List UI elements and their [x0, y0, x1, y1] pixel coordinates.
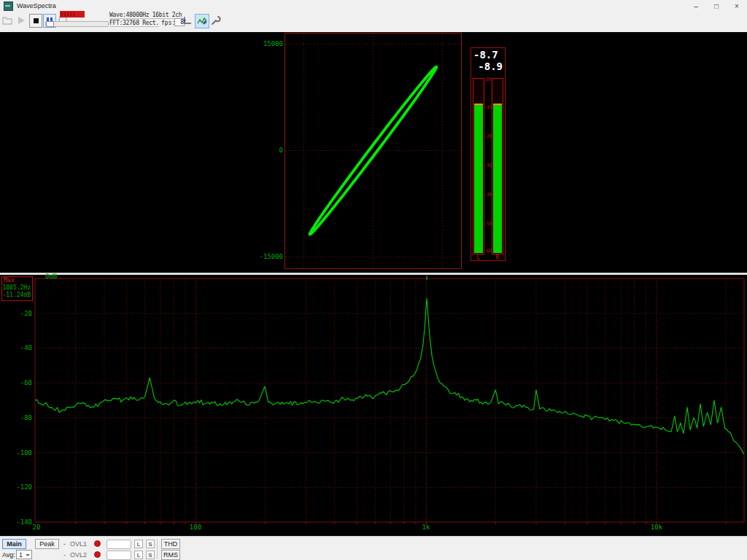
avg-label: Avg:	[2, 551, 15, 559]
lissajous-ymax-label: 15000	[254, 40, 283, 47]
oscilloscope-panel: 15000 0 -15000 -8.7 -8.9 dB -10 -20 -30 …	[0, 32, 747, 273]
x-axis-label: 10k	[642, 524, 671, 531]
meter-fill-right	[493, 105, 502, 253]
meter-right-channel-label: R	[491, 254, 504, 261]
x-axis-label: 1k	[411, 524, 441, 531]
meter-scale-title: dB	[483, 77, 493, 82]
y-axis-label: -20	[10, 310, 32, 317]
y-axis-label: -100	[10, 449, 32, 456]
l-button-row2[interactable]: L	[134, 551, 143, 559]
meter-left-channel-label: L	[472, 254, 485, 261]
play-button[interactable]	[15, 14, 27, 26]
max-frequency-value: 1005.2Hz	[2, 284, 32, 292]
meter-peak-cap	[474, 104, 483, 105]
fft-info-field: FFT:32768 Rect.	[109, 20, 159, 27]
titlebar: WaveSpectra – □ ×	[0, 0, 747, 12]
meter-channel-right	[492, 78, 503, 254]
app-icon	[4, 1, 13, 11]
position-slider-thumb[interactable]	[46, 21, 54, 27]
meter-fill-left	[474, 105, 483, 253]
stop-icon	[34, 18, 39, 23]
avg-value: 1	[19, 551, 23, 559]
toolbar: Wave:48000Hz 16bit 2ch FFT:32768 Rect. f…	[0, 12, 747, 33]
level-meter: -8.7 -8.9 dB -10 -20 -30 -40 -50 -60 L R	[471, 47, 506, 261]
wave-edit-icon	[197, 16, 207, 26]
folder-icon	[2, 16, 12, 25]
ovl2-label: OVL2	[70, 551, 87, 559]
peak-button[interactable]: Peak	[35, 539, 59, 549]
maximize-button[interactable]: □	[706, 0, 727, 12]
y-axis-label: -40	[10, 344, 32, 351]
spectrum-plot	[0, 275, 747, 536]
wrench-icon	[211, 15, 222, 26]
open-file-button[interactable]	[1, 14, 13, 26]
axis-settings-button[interactable]	[180, 14, 193, 27]
axis-icon	[182, 15, 193, 26]
play-icon	[18, 17, 25, 24]
close-button[interactable]: ×	[727, 0, 747, 12]
meter-scale-label: -10	[483, 104, 493, 110]
record-status-badge	[60, 11, 85, 18]
channel2-field[interactable]	[107, 551, 131, 560]
channel1-field[interactable]	[107, 540, 131, 549]
x-axis-label: 100	[181, 524, 210, 531]
max-readout-badge: Max 1005.2Hz -11.24dB	[1, 276, 33, 301]
meter-scale-label: -50	[483, 221, 493, 227]
y-axis-0db-label: 0dB	[45, 273, 57, 280]
minimize-button[interactable]: –	[686, 0, 706, 12]
y-axis-label: -80	[10, 414, 32, 421]
y-axis-label: -120	[10, 483, 32, 491]
ovl2-led[interactable]	[94, 551, 101, 558]
dash-separator: -	[63, 551, 66, 559]
settings-button[interactable]	[209, 14, 222, 27]
display-mode-button[interactable]	[195, 14, 209, 28]
meter-peak-cap	[493, 104, 502, 105]
window-title: WaveSpectra	[17, 2, 56, 9]
avg-select[interactable]: 1	[16, 550, 32, 559]
s-button-row1[interactable]: S	[146, 540, 155, 548]
meter-scale-label: -20	[483, 133, 493, 139]
meter-scale-label: -60	[483, 248, 493, 254]
max-level-value: -11.24dB	[2, 292, 32, 299]
dash-separator: -	[63, 540, 66, 548]
rms-button[interactable]: RMS	[161, 550, 180, 560]
meter-scale-label: -30	[483, 163, 493, 168]
meter-left-readout: -8.7	[473, 49, 498, 61]
thd-button[interactable]: THD	[161, 539, 180, 549]
max-title: Max	[2, 277, 32, 284]
spectrum-panel: Max 1005.2Hz -11.24dB 0dB -20 -40 -60 -8…	[0, 275, 747, 536]
lissajous-ymin-label: -15000	[254, 253, 283, 260]
ovl1-led[interactable]	[94, 540, 101, 547]
wave-info-field: Wave:48000Hz 16bit 2ch	[109, 12, 177, 19]
ovl1-label: OVL1	[70, 540, 87, 548]
position-slider[interactable]	[45, 21, 109, 27]
wavespectra-window: WaveSpectra – □ × Wave:48000Hz 16b	[0, 0, 747, 560]
meter-scale-label: -40	[483, 192, 493, 198]
s-button-row2[interactable]: S	[146, 551, 155, 559]
chevron-down-icon	[26, 554, 30, 556]
l-button-row1[interactable]: L	[134, 540, 143, 548]
separator	[157, 539, 158, 559]
x-axis-label: 20	[22, 524, 51, 531]
meter-right-readout: -8.9	[478, 61, 503, 72]
stop-button[interactable]	[29, 14, 42, 28]
main-button[interactable]: Main	[2, 539, 26, 549]
fps-label: fps:	[161, 20, 175, 26]
lissajous-plot	[281, 32, 463, 273]
status-bar: Main Peak - OVL1 L S THD Avg: 1 - OVL2 L…	[0, 536, 747, 560]
lissajous-yzero-label: 0	[254, 147, 283, 154]
y-axis-label: -60	[10, 379, 32, 386]
